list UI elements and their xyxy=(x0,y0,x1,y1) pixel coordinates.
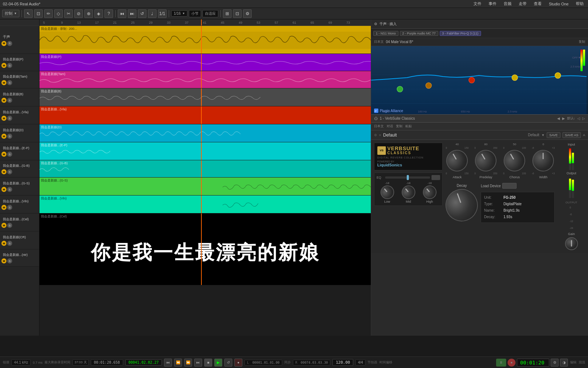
adaptive-display[interactable]: 自适应 xyxy=(202,10,218,17)
pause-button-right[interactable]: ⏸ xyxy=(496,359,506,367)
menu-audio[interactable]: 音频 xyxy=(502,0,513,7)
track-mute-1[interactable]: M xyxy=(1,63,6,68)
clip-3[interactable]: 我会是新娘(B) xyxy=(39,88,371,106)
track-mute-7[interactable]: M xyxy=(1,169,6,174)
time-sig-display[interactable]: 4/4 xyxy=(355,359,365,365)
time-sig-display[interactable]: 小节 xyxy=(189,10,201,17)
predelay-knob[interactable] xyxy=(471,146,500,175)
tempo-display[interactable]: 120.00 xyxy=(332,359,353,366)
record-button-right[interactable]: ● xyxy=(508,359,515,367)
rewind-button[interactable]: ⏭ xyxy=(128,9,136,18)
range-tool-button[interactable]: ⊡ xyxy=(34,9,43,18)
track-solo-7[interactable]: S xyxy=(7,169,12,174)
track-solo-1[interactable]: S xyxy=(7,63,12,68)
clip-8[interactable]: 我会是新娘...(G-S) xyxy=(39,178,371,196)
fabfilter-tab[interactable]: 3 - FabFilter Pro-Q 3 (11) xyxy=(440,31,481,36)
record-button[interactable]: ● xyxy=(234,359,242,367)
snap-button[interactable]: ⊞ xyxy=(223,9,232,18)
arrange-area[interactable]: 5 9 13 17 21 25 29 33 37 41 45 49 53 57 … xyxy=(39,19,371,336)
track-solo-5[interactable]: S xyxy=(7,134,12,139)
erase-tool-button[interactable]: ◇ xyxy=(54,9,63,18)
chorus-knob[interactable] xyxy=(500,146,529,175)
track-mute-5[interactable]: M xyxy=(1,134,6,139)
track-solo-11[interactable]: S xyxy=(7,241,12,246)
track-solo-6[interactable]: S xyxy=(7,152,12,157)
clip-6[interactable]: 我会是新娘...(E-P) xyxy=(39,142,371,160)
track-solo-2[interactable]: S xyxy=(7,80,12,85)
purple-tab[interactable]: 2 - Purple Audio MC 77 xyxy=(400,31,438,36)
track-mute-8[interactable]: M xyxy=(1,187,6,192)
draw-tool-button[interactable]: ✏ xyxy=(44,9,53,18)
track-mute-4[interactable]: M xyxy=(1,116,6,121)
track-mute-12[interactable]: M xyxy=(1,258,6,263)
track-solo-8[interactable]: S xyxy=(7,187,12,192)
track-mute-6[interactable]: M xyxy=(1,152,6,157)
verbsuite-next-icon[interactable]: ▶ xyxy=(562,116,565,120)
track-solo-9[interactable]: S xyxy=(7,205,12,210)
zoom-tool-button[interactable]: ⊕ xyxy=(84,9,93,18)
track-mute-0[interactable]: M xyxy=(1,41,6,46)
track-mute-10[interactable]: M xyxy=(1,223,6,228)
eq-high-knob[interactable] xyxy=(420,183,439,202)
track-mute-3[interactable]: M xyxy=(1,98,6,103)
time-mode-button[interactable]: ◑ xyxy=(560,359,568,367)
clip-5[interactable]: 我会是新娘(D) xyxy=(39,124,371,142)
settings-button[interactable]: ⚙ xyxy=(243,9,252,18)
split-tool-button[interactable]: ✂ xyxy=(64,9,73,18)
audition-tool-button[interactable]: ◈ xyxy=(94,9,103,18)
loop-transport-button[interactable]: ↺ xyxy=(224,359,232,367)
track-mute-11[interactable]: M xyxy=(1,241,6,246)
forward-button[interactable]: ⏩ xyxy=(184,359,192,367)
track-solo-0[interactable]: S xyxy=(7,41,12,46)
skip-back-button[interactable]: ⏮ xyxy=(118,9,126,18)
track-solo-12[interactable]: S xyxy=(7,258,12,263)
grid-button[interactable]: ⊡ xyxy=(233,9,242,18)
clip-4[interactable]: 我会是新娘...(Vla) xyxy=(39,106,371,124)
attack-knob[interactable] xyxy=(442,146,472,175)
verbsuite-prev-icon[interactable]: ◀ xyxy=(557,116,560,120)
count-in-button[interactable]: 1/1 xyxy=(158,9,167,18)
eq-on-btn[interactable] xyxy=(431,175,440,180)
bend-tool-button[interactable]: ? xyxy=(104,9,113,18)
track-solo-3[interactable]: S xyxy=(7,98,12,103)
eq-slider-handle[interactable] xyxy=(407,175,409,180)
rewind-button[interactable]: ⏪ xyxy=(174,359,182,367)
decay-knob[interactable] xyxy=(441,184,482,226)
clip-10-cel[interactable]: 我会是新娘...(Cel) 你是我一生最漂亮的新娘 xyxy=(39,213,371,285)
menu-view[interactable]: 查看 xyxy=(532,0,543,7)
menu-studio-one[interactable]: Studio One xyxy=(547,1,570,7)
eq-low-knob[interactable] xyxy=(378,183,397,202)
clip-7[interactable]: 我会是新娘...(G-B) xyxy=(39,160,371,178)
track-mute-9[interactable]: M xyxy=(1,205,6,210)
clip-2[interactable]: 我会是新娘(Tam) xyxy=(39,71,371,88)
menu-event[interactable]: 事件 xyxy=(487,0,498,7)
track-solo-4[interactable]: S xyxy=(7,116,12,121)
eq-mid-knob[interactable] xyxy=(399,183,418,202)
play-button[interactable]: ▶ xyxy=(214,359,222,367)
clip-0[interactable]: 我会是新娘 · 录制 · 200... xyxy=(39,26,371,54)
verbsuite-btn2[interactable]: ▷ xyxy=(582,116,585,120)
menu-transport[interactable]: 走带 xyxy=(517,0,528,7)
verbsuite-power-icon[interactable]: ⏻ xyxy=(374,116,378,120)
clip-1[interactable]: 我会是新娘(P) xyxy=(39,54,371,71)
stop-button[interactable]: ■ xyxy=(204,359,212,367)
eq-slider-bar[interactable] xyxy=(385,176,430,179)
skip-end-button[interactable]: ⏭ xyxy=(194,359,202,367)
metronome-button[interactable]: ♩ xyxy=(148,9,157,18)
width-knob[interactable] xyxy=(532,150,554,171)
track-solo-10[interactable]: S xyxy=(7,223,12,228)
quantize-display[interactable]: 1/16 ▼ xyxy=(171,10,187,17)
loop-button[interactable]: ↺ xyxy=(138,9,146,18)
menu-file[interactable]: 文件 xyxy=(472,0,483,7)
back-to-start-button[interactable]: ⏮ xyxy=(164,359,172,367)
track-mute-2[interactable]: M xyxy=(1,80,6,85)
clip-9[interactable]: 我会是新娘...(Vln) xyxy=(39,196,371,213)
save-as-button[interactable]: SAVE AS xyxy=(563,132,581,138)
ns1-tab[interactable]: 1 - NS1 Mono xyxy=(373,31,398,36)
time-settings-button[interactable]: ⚙ xyxy=(551,359,559,367)
control-dropdown[interactable]: 控制 ▼ xyxy=(2,10,19,17)
gain-knob[interactable] xyxy=(565,237,578,250)
load-device-button[interactable] xyxy=(502,183,517,189)
mute-tool-button[interactable]: ⊘ xyxy=(74,9,83,18)
menu-help[interactable]: 帮助 xyxy=(574,0,585,7)
